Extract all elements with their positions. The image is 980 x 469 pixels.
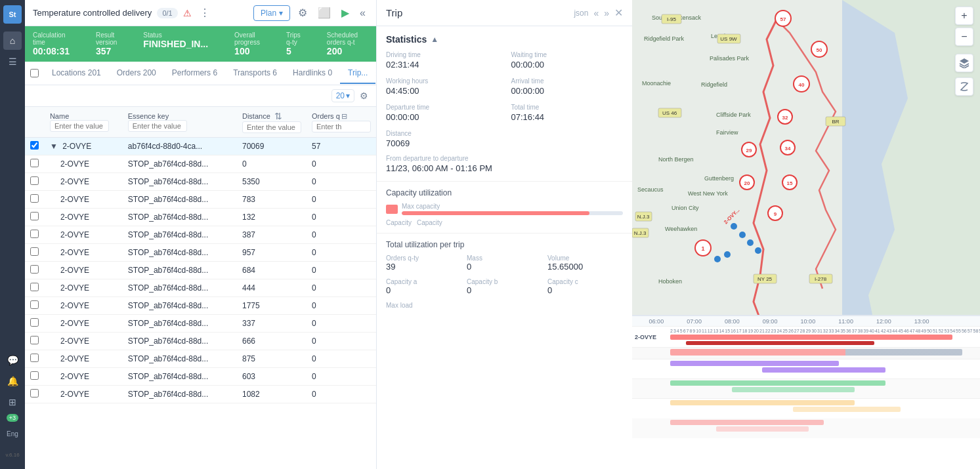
row-orders: 0	[307, 368, 376, 386]
row-name: 2-OVYE	[50, 266, 89, 275]
row-checkbox[interactable]	[30, 176, 39, 185]
row-checkbox[interactable]	[30, 283, 39, 291]
row-distance: 70069	[237, 138, 307, 155]
col-header-distance: Distance ⇅	[237, 107, 307, 138]
row-checkbox[interactable]	[30, 159, 39, 167]
sidebar-icon-chat[interactable]: 💬	[3, 351, 22, 369]
table-row[interactable]: ▼ 2-OVYE ab76f4cd-88d0-4ca... 70069 57	[25, 138, 376, 155]
timeline-bar-row3b	[762, 367, 885, 373]
row-checkbox[interactable]	[30, 247, 39, 256]
table-toolbar: 20 ▾ ⚙	[25, 85, 376, 107]
sidebar-icon-home[interactable]: ⌂	[3, 31, 22, 50]
row-orders: 0	[307, 279, 376, 297]
timeline-bar-row3a	[670, 361, 839, 366]
trip-prev-button[interactable]: «	[593, 8, 599, 18]
table-row[interactable]: 2-OVYE STOP_ab76f4cd-88d... 783 0	[25, 191, 376, 209]
rows-count: 20	[336, 91, 345, 100]
tab-trip[interactable]: Trip...	[340, 63, 375, 84]
table-row[interactable]: 2-OVYE STOP_ab76f4cd-88d... 1775 0	[25, 297, 376, 315]
settings-button[interactable]: ⚙	[295, 4, 310, 22]
plan-button[interactable]: Plan ▾	[253, 5, 290, 21]
table-row[interactable]: 2-OVYE STOP_ab76f4cd-88d... 1082 0	[25, 386, 376, 403]
filter-orders-input[interactable]	[312, 121, 371, 133]
tab-hardlinks[interactable]: Hardlinks 0	[285, 63, 340, 84]
tab-orders[interactable]: Orders 200	[109, 63, 164, 84]
select-all-checkbox[interactable]	[30, 69, 39, 77]
sort-distance-icon[interactable]: ⇅	[274, 111, 282, 121]
more-options-button[interactable]: ⋮	[197, 4, 213, 22]
column-settings-icon[interactable]: ⚙	[360, 91, 368, 101]
row-distance: 387	[237, 226, 307, 244]
rows-per-page-select[interactable]: 20 ▾	[331, 89, 354, 102]
table-row[interactable]: 2-OVYE STOP_ab76f4cd-88d... 132 0	[25, 209, 376, 226]
row-distance: 1082	[237, 386, 307, 403]
sidebar-icon-bell[interactable]: 🔔	[3, 372, 22, 390]
svg-point-25	[747, 239, 754, 246]
stat-result-version: Result version 357	[96, 31, 117, 56]
table-row[interactable]: 2-OVYE STOP_ab76f4cd-88d... 875 0	[25, 350, 376, 368]
row-distance: 444	[237, 279, 307, 297]
stats-collapse-icon[interactable]: ▲	[431, 35, 438, 44]
timeline-row-2ovye: 2-OVYE 234567891011121314151617181920212…	[632, 327, 980, 348]
row-checkbox[interactable]	[30, 318, 39, 327]
row-name: 2-OVYE	[50, 159, 89, 169]
row-checkbox[interactable]	[30, 194, 39, 203]
table-row[interactable]: 2-OVYE STOP_ab76f4cd-88d... 444 0	[25, 279, 376, 297]
maximize-button[interactable]: ⬜	[315, 4, 333, 22]
trip-json-button[interactable]: json	[574, 9, 588, 18]
zoom-in-button[interactable]: +	[955, 7, 973, 25]
from-departure-group: From departure to departure 11/23, 06:00…	[386, 155, 623, 173]
row-distance: 337	[237, 315, 307, 333]
sidebar-icon-list[interactable]: ☰	[3, 52, 22, 71]
row-checkbox[interactable]	[30, 300, 39, 309]
sidebar-icon-lang[interactable]: Eng	[3, 424, 22, 443]
plan-dropdown-icon: ▾	[279, 9, 283, 18]
filter-name-input[interactable]	[50, 120, 109, 132]
tab-transports[interactable]: Transports 6	[225, 63, 285, 84]
row-checkbox[interactable]	[30, 371, 39, 380]
trip-close-button[interactable]: ✕	[614, 7, 623, 19]
collapse-button[interactable]: «	[357, 5, 368, 22]
svg-text:I-95: I-95	[667, 16, 676, 22]
sidebar-icon-grid[interactable]: ⊞	[3, 393, 22, 411]
tab-performers[interactable]: Performers 6	[164, 63, 225, 84]
table-row[interactable]: 2-OVYE STOP_ab76f4cd-88d... 957 0	[25, 244, 376, 262]
trip-header: Trip json « » ✕	[377, 0, 632, 26]
row-checkbox[interactable]	[30, 336, 39, 344]
row-checkbox[interactable]	[30, 230, 39, 238]
col-label-essence: Essence key	[128, 112, 232, 120]
expand-arrow-icon[interactable]: ▼	[50, 142, 58, 151]
timeline-bar-area: 2345678910111213141516171819202122232425…	[670, 329, 980, 345]
stat-distance: Distance 70069	[386, 130, 498, 148]
col-label-name: Name	[50, 112, 117, 120]
table-row[interactable]: 2-OVYE STOP_ab76f4cd-88d... 684 0	[25, 262, 376, 279]
table-row[interactable]: 2-OVYE STOP_ab76f4cd-88d... 666 0	[25, 333, 376, 350]
filter-distance-input[interactable]	[242, 121, 301, 133]
table-row[interactable]: 2-OVYE STOP_ab76f4cd-88d... 337 0	[25, 315, 376, 333]
table-row[interactable]: 2-OVYE STOP_ab76f4cd-88d... 5350 0	[25, 173, 376, 191]
page-title: Temperature controlled delivery	[33, 8, 152, 18]
layers-button[interactable]	[955, 54, 973, 72]
svg-text:Hoboken: Hoboken	[658, 278, 682, 285]
row-orders: 0	[307, 226, 376, 244]
play-button[interactable]: ▶	[339, 4, 352, 22]
filter-orders-icon[interactable]: ⊟	[341, 112, 347, 121]
row-checkbox[interactable]	[30, 212, 39, 220]
row-checkbox[interactable]	[30, 389, 39, 398]
filter-essence-input[interactable]	[128, 120, 187, 132]
svg-text:Ridgefield: Ridgefield	[701, 81, 727, 88]
table-row[interactable]: 2-OVYE STOP_ab76f4cd-88d... 0 0	[25, 155, 376, 173]
row-checkbox[interactable]	[30, 141, 39, 150]
total-utilization-title: Total utilization per trip	[386, 240, 623, 249]
row-checkbox[interactable]	[30, 354, 39, 362]
table-row[interactable]: 2-OVYE STOP_ab76f4cd-88d... 387 0	[25, 226, 376, 244]
row-checkbox[interactable]	[30, 265, 39, 274]
route-button[interactable]	[955, 77, 973, 96]
col-label-orders: Orders q	[312, 112, 340, 120]
tabs-bar: Locations 201 Orders 200 Performers 6 Tr…	[25, 62, 376, 85]
trip-next-button[interactable]: »	[604, 8, 609, 18]
zoom-out-button[interactable]: −	[955, 28, 973, 46]
tab-locations[interactable]: Locations 201	[44, 63, 109, 84]
table-row[interactable]: 2-OVYE STOP_ab76f4cd-88d... 603 0	[25, 368, 376, 386]
row-distance: 957	[237, 244, 307, 262]
